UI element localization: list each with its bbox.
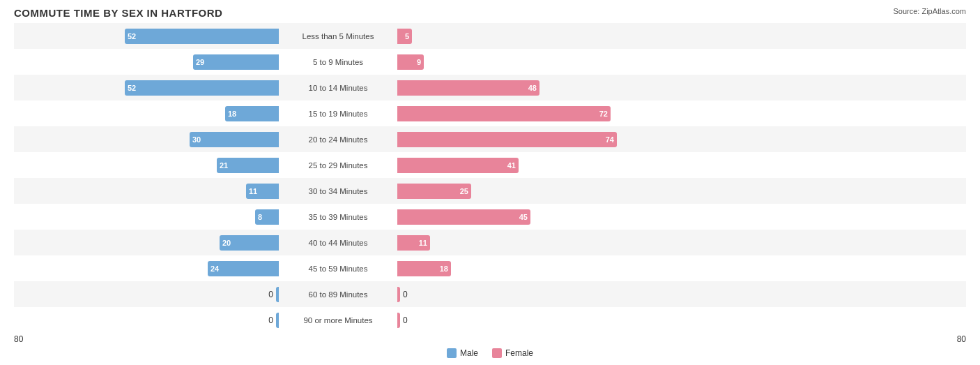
chart-row: 0 60 to 89 Minutes 0 — [14, 281, 966, 307]
left-bar-area: 8 — [14, 209, 279, 225]
female-bar: 9 — [397, 54, 424, 70]
right-bar-area: 18 — [397, 261, 662, 276]
male-bar: 8 — [255, 209, 279, 225]
left-bar-area: 20 — [14, 235, 279, 251]
right-bar-area: 0 — [397, 287, 662, 302]
male-bar-value: 20 — [222, 239, 231, 247]
left-bar-area: 0 — [14, 313, 279, 328]
male-bar: 52 — [125, 80, 279, 96]
row-label: 25 to 29 Minutes — [279, 161, 397, 170]
male-bar: 21 — [217, 158, 279, 173]
right-bar-area: 9 — [397, 54, 662, 70]
female-bar-value: 9 — [417, 58, 421, 66]
female-legend-box — [492, 348, 502, 358]
right-bar-area: 48 — [397, 80, 662, 96]
row-label: Less than 5 Minutes — [279, 32, 397, 40]
female-bar: 74 — [397, 132, 617, 147]
male-bar-value: 52 — [128, 84, 136, 92]
row-label: 10 to 14 Minutes — [279, 84, 397, 92]
female-bar: 5 — [397, 29, 412, 44]
left-bar-area: 11 — [14, 184, 279, 199]
left-bar-area: 30 — [14, 132, 279, 147]
male-bar: 18 — [225, 106, 279, 121]
male-value: 0 — [268, 290, 276, 299]
male-bar-value: 21 — [220, 161, 228, 170]
bottom-labels: 80 80 — [14, 334, 966, 344]
female-bar-value: 41 — [507, 161, 516, 170]
row-label: 20 to 24 Minutes — [279, 135, 397, 144]
chart-row: 20 40 to 44 Minutes 11 — [14, 230, 966, 255]
chart-row: 0 90 or more Minutes 0 — [14, 307, 966, 333]
female-bar-value: 45 — [519, 213, 528, 221]
row-label: 60 to 89 Minutes — [279, 290, 397, 299]
female-bar: 11 — [397, 235, 430, 251]
right-bar-area: 25 — [397, 184, 662, 199]
left-bar-area: 18 — [14, 106, 279, 121]
legend-area: Male Female — [14, 348, 966, 358]
bottom-left-label: 80 — [14, 334, 23, 344]
male-legend-box — [447, 348, 457, 358]
row-label: 30 to 34 Minutes — [279, 187, 397, 195]
female-bar: 48 — [397, 80, 539, 96]
female-bar: 18 — [397, 261, 451, 276]
male-bar-value: 11 — [249, 187, 257, 195]
female-value: 0 — [400, 290, 408, 299]
male-bar: 30 — [190, 132, 279, 147]
male-bar-value: 24 — [210, 265, 219, 273]
chart-row: 21 25 to 29 Minutes 41 — [14, 152, 966, 178]
male-value: 0 — [268, 315, 276, 325]
chart-container: COMMUTE TIME BY SEX IN HARTFORD Source: … — [0, 0, 980, 365]
male-bar: 29 — [193, 54, 279, 70]
chart-row: 8 35 to 39 Minutes 45 — [14, 204, 966, 230]
left-bar-area: 24 — [14, 261, 279, 276]
male-bar: 52 — [125, 29, 279, 44]
male-bar-value: 18 — [228, 110, 236, 118]
chart-row: 11 30 to 34 Minutes 25 — [14, 178, 966, 204]
female-bar: 72 — [397, 106, 611, 121]
female-bar-value: 18 — [440, 265, 448, 273]
right-bar-area: 11 — [397, 235, 662, 251]
right-bar-area: 5 — [397, 29, 662, 44]
female-bar: 41 — [397, 158, 519, 173]
chart-title: COMMUTE TIME BY SEX IN HARTFORD — [14, 7, 966, 19]
right-bar-area: 72 — [397, 106, 662, 121]
chart-row: 18 15 to 19 Minutes 72 — [14, 100, 966, 126]
male-bar-value: 8 — [258, 213, 262, 221]
chart-row: 52 10 to 14 Minutes 48 — [14, 75, 966, 100]
male-legend-label: Male — [460, 348, 478, 358]
left-bar-area: 21 — [14, 158, 279, 173]
chart-row: 24 45 to 59 Minutes 18 — [14, 255, 966, 281]
chart-row: 52 Less than 5 Minutes 5 — [14, 23, 966, 49]
male-bar-value: 30 — [192, 135, 201, 144]
left-bar-area: 52 — [14, 29, 279, 44]
right-bar-area: 0 — [397, 313, 662, 328]
legend-female: Female — [492, 348, 533, 358]
female-bar-value: 74 — [606, 135, 614, 144]
male-bar: 20 — [220, 235, 279, 251]
right-bar-area: 41 — [397, 158, 662, 173]
male-bar-value: 29 — [196, 58, 204, 66]
legend-male: Male — [447, 348, 478, 358]
bars-area: 52 Less than 5 Minutes 5 29 5 to 9 Minut… — [14, 23, 966, 333]
row-label: 5 to 9 Minutes — [279, 58, 397, 66]
row-label: 40 to 44 Minutes — [279, 239, 397, 247]
left-bar-area: 29 — [14, 54, 279, 70]
female-bar: 45 — [397, 209, 530, 225]
row-label: 90 or more Minutes — [279, 316, 397, 325]
chart-row: 30 20 to 24 Minutes 74 — [14, 126, 966, 152]
female-bar-value: 48 — [528, 84, 537, 92]
source-label: Source: ZipAtlas.com — [893, 7, 966, 15]
female-legend-label: Female — [505, 348, 533, 358]
female-bar: 25 — [397, 184, 471, 199]
row-label: 15 to 19 Minutes — [279, 110, 397, 118]
male-bar: 11 — [246, 184, 279, 199]
row-label: 35 to 39 Minutes — [279, 213, 397, 221]
female-value: 0 — [400, 315, 408, 325]
right-bar-area: 74 — [397, 132, 662, 147]
right-bar-area: 45 — [397, 209, 662, 225]
female-bar-value: 25 — [460, 187, 468, 195]
female-bar-value: 11 — [419, 239, 427, 247]
female-bar-value: 5 — [405, 32, 409, 40]
bottom-right-label: 80 — [957, 334, 966, 344]
male-bar-value: 52 — [128, 32, 136, 40]
